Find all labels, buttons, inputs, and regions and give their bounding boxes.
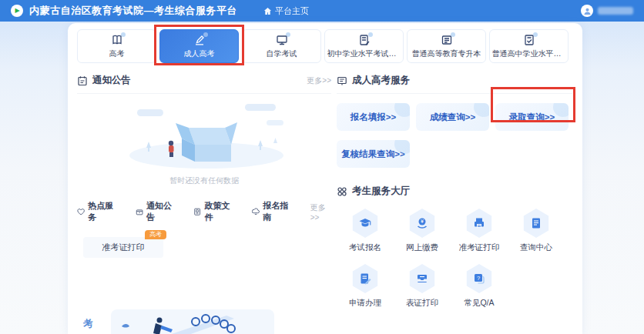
tab-zhuanshengben[interactable]: 普通高等教育专升本 [407,29,486,63]
hot-card-label: 准考证打印 [102,242,145,253]
payment-icon: ¥ [408,209,436,238]
quick-tab-label: 热点服务 [88,200,116,223]
main-content-card: 高考 成人高考 自学考试 初中学业水平考试（中考） 普通高等教育专升本 [68,23,582,334]
question-icon: ? [465,264,493,293]
hall-item-label: 申请办理 [349,298,381,309]
document-icon [522,209,550,238]
notice-more-link[interactable]: 更多>> [307,75,331,86]
signup-fill-button[interactable]: 报名填报>> [337,103,410,131]
tray-icon [408,264,436,293]
admission-query-button[interactable]: 录取查询>> [495,103,569,131]
quick-tab-label: 报名指南 [263,200,291,223]
quick-tab-signup-guide[interactable]: 报名指南 [252,200,292,223]
play-circle-icon: ▶ [11,5,23,17]
doc-check-icon [523,34,535,46]
quick-tabs: 热点服务 通知公告 政策文件 报名指南 更多>> [77,200,331,223]
hall-item-online-payment[interactable]: ¥ 网上缴费 [406,209,438,253]
tab-zixue-kaoshi[interactable]: 自学考试 [242,29,321,63]
tab-gaokao[interactable]: 高考 [77,29,156,63]
monitor-icon [276,34,288,46]
bottom-banner-kao-char: 考 [82,316,95,332]
pen-icon [193,34,206,46]
hall-item-label: 考试报名 [349,242,381,253]
top-bar: ▶ 内蒙古自治区教育考试院—考生综合服务平台 平台主页 [0,0,644,22]
board-icon [337,75,347,86]
hall-item-form-print[interactable]: 表证打印 [406,264,438,309]
home-link-label: 平台主页 [275,5,309,17]
platform-title: 内蒙古自治区教育考试院—考生综合服务平台 [29,4,237,18]
guide-icon [252,207,260,216]
hall-item-label: 准考证打印 [459,242,500,253]
empty-state-text: 暂时还没有任何数据 [77,175,331,186]
bottom-banner-illustration [111,309,274,334]
quick-tab-label: 政策文件 [205,200,233,223]
quick-tab-policy-files[interactable]: 政策文件 [193,200,233,223]
hall-item-label: 常见Q/A [464,298,494,309]
edit-doc-icon [351,264,379,293]
file-icon [193,207,201,216]
quick-tab-hot-services[interactable]: 热点服务 [77,200,117,223]
hot-card-badge: 高考 [145,230,166,239]
hall-item-ticket-print[interactable]: 准考证打印 [459,209,500,253]
user-name-masked[interactable] [598,7,633,15]
newspaper-icon [441,34,453,46]
box-icon [136,207,143,216]
tab-label: 成人高考 [184,48,215,59]
tab-chengren-gaokao[interactable]: 成人高考 [159,29,239,63]
empty-box-illustration [116,100,293,171]
adult-services-title: 成人高考服务 [352,74,410,87]
exam-type-tabs: 高考 成人高考 自学考试 初中学业水平考试（中考） 普通高等教育专升本 [77,29,569,63]
score-query-button[interactable]: 成绩查询>> [416,103,489,131]
hall-item-exam-signup[interactable]: 考试报名 [349,209,381,253]
quick-tabs-more-link[interactable]: 更多>> [310,202,331,222]
service-hall-grid: 考试报名 ¥ 网上缴费 准考证打印 查询中心 [337,209,572,309]
printer-icon [465,209,493,238]
tab-zhongkao[interactable]: 初中学业水平考试（中考） [324,29,404,63]
svg-text:¥: ¥ [421,219,424,224]
quick-tab-label: 通知公告 [146,200,175,223]
hall-item-query-center[interactable]: 查询中心 [520,209,552,253]
user-avatar-icon[interactable] [581,5,593,17]
grid-icon [337,186,347,197]
review-result-query-button[interactable]: 复核结果查询>> [337,140,410,168]
notice-section-title: 通知公告 [92,74,131,87]
hall-item-faq[interactable]: ? 常见Q/A [464,264,494,309]
svg-text:?: ? [477,275,480,282]
tab-label: 自学考试 [267,48,297,59]
home-link[interactable]: 平台主页 [263,5,309,17]
notice-panel: 通知公告 更多>> 暂时还没有任何数据 [77,74,331,258]
hall-item-label: 网上缴费 [406,242,438,253]
notice-empty-state: 暂时还没有任何数据 [77,94,331,186]
tab-label: 普通高中学业水平考试（学... [492,48,566,59]
home-icon [263,7,272,15]
hall-item-apply[interactable]: 申请办理 [349,264,381,309]
heart-icon [77,207,85,216]
hall-item-label: 表证打印 [406,298,438,309]
tab-xuekao[interactable]: 普通高中学业水平考试（学... [489,29,569,63]
tab-label: 普通高等教育专升本 [412,48,481,59]
tab-label: 初中学业水平考试（中考） [327,48,401,59]
tab-label: 高考 [109,48,125,59]
doc-pen-icon [358,34,371,46]
graduation-cap-icon [351,209,379,238]
quick-tab-notices[interactable]: 通知公告 [136,200,176,223]
hall-item-label: 查询中心 [520,242,552,253]
admission-ticket-print-card[interactable]: 准考证打印 高考 [83,237,163,258]
service-hall-title: 考生服务大厅 [352,185,410,198]
book-icon [111,34,123,46]
clipboard-icon [77,75,88,86]
adult-exam-services-panel: 成人高考服务 报名填报>> 成绩查询>> 录取查询>> 复核结果查询>> 考生服… [337,74,572,309]
